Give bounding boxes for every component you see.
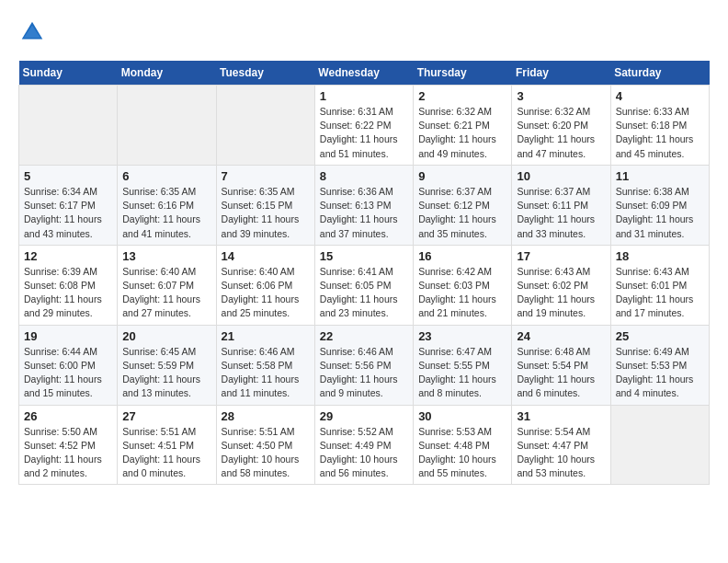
day-info: Sunrise: 5:52 AM Sunset: 4:49 PM Dayligh… [320, 425, 408, 481]
day-number: 4 [616, 89, 704, 103]
day-number: 22 [320, 329, 408, 343]
day-number: 9 [418, 169, 506, 183]
day-info: Sunrise: 6:39 AM Sunset: 6:08 PM Dayligh… [24, 265, 112, 321]
day-info: Sunrise: 6:37 AM Sunset: 6:12 PM Dayligh… [418, 185, 506, 241]
day-info: Sunrise: 5:53 AM Sunset: 4:48 PM Dayligh… [418, 425, 506, 481]
header [18, 18, 710, 46]
calendar-cell [19, 86, 118, 166]
calendar-cell: 21Sunrise: 6:46 AM Sunset: 5:58 PM Dayli… [216, 325, 314, 405]
day-info: Sunrise: 6:46 AM Sunset: 5:58 PM Dayligh… [222, 345, 310, 401]
day-info: Sunrise: 6:38 AM Sunset: 6:09 PM Dayligh… [616, 185, 704, 241]
day-number: 6 [122, 169, 210, 183]
weekday-header-saturday: Saturday [610, 61, 709, 86]
day-info: Sunrise: 6:32 AM Sunset: 6:21 PM Dayligh… [418, 105, 506, 161]
calendar-cell: 4Sunrise: 6:33 AM Sunset: 6:18 PM Daylig… [610, 86, 709, 166]
calendar-cell: 13Sunrise: 6:40 AM Sunset: 6:07 PM Dayli… [118, 245, 216, 325]
day-number: 1 [320, 89, 408, 103]
day-info: Sunrise: 6:45 AM Sunset: 5:59 PM Dayligh… [122, 345, 210, 401]
day-number: 11 [616, 169, 704, 183]
calendar-cell: 18Sunrise: 6:43 AM Sunset: 6:01 PM Dayli… [610, 245, 709, 325]
calendar-cell: 28Sunrise: 5:51 AM Sunset: 4:50 PM Dayli… [216, 405, 314, 485]
calendar-cell: 29Sunrise: 5:52 AM Sunset: 4:49 PM Dayli… [314, 405, 413, 485]
day-number: 26 [24, 409, 112, 423]
calendar-cell: 16Sunrise: 6:42 AM Sunset: 6:03 PM Dayli… [414, 245, 512, 325]
calendar-cell: 31Sunrise: 5:54 AM Sunset: 4:47 PM Dayli… [512, 405, 610, 485]
day-number: 25 [616, 329, 704, 343]
day-info: Sunrise: 6:43 AM Sunset: 6:01 PM Dayligh… [616, 265, 704, 321]
calendar-cell: 23Sunrise: 6:47 AM Sunset: 5:55 PM Dayli… [414, 325, 512, 405]
calendar-cell: 5Sunrise: 6:34 AM Sunset: 6:17 PM Daylig… [19, 165, 118, 245]
calendar-cell [118, 86, 216, 166]
day-info: Sunrise: 6:42 AM Sunset: 6:03 PM Dayligh… [418, 265, 506, 321]
day-info: Sunrise: 6:44 AM Sunset: 6:00 PM Dayligh… [24, 345, 112, 401]
calendar-cell: 25Sunrise: 6:49 AM Sunset: 5:53 PM Dayli… [610, 325, 709, 405]
day-number: 24 [517, 329, 605, 343]
calendar-cell: 22Sunrise: 6:46 AM Sunset: 5:56 PM Dayli… [314, 325, 413, 405]
day-info: Sunrise: 5:51 AM Sunset: 4:51 PM Dayligh… [122, 425, 210, 481]
day-number: 28 [222, 409, 310, 423]
weekday-header-thursday: Thursday [414, 61, 512, 86]
day-number: 2 [418, 89, 506, 103]
day-info: Sunrise: 6:41 AM Sunset: 6:05 PM Dayligh… [320, 265, 408, 321]
calendar-cell: 1Sunrise: 6:31 AM Sunset: 6:22 PM Daylig… [314, 86, 413, 166]
day-number: 17 [517, 249, 605, 263]
day-number: 10 [517, 169, 605, 183]
day-info: Sunrise: 6:33 AM Sunset: 6:18 PM Dayligh… [616, 105, 704, 161]
day-number: 3 [517, 89, 605, 103]
day-info: Sunrise: 6:31 AM Sunset: 6:22 PM Dayligh… [320, 105, 408, 161]
day-number: 18 [616, 249, 704, 263]
calendar-table: SundayMondayTuesdayWednesdayThursdayFrid… [18, 61, 710, 485]
calendar-cell [610, 405, 709, 485]
day-number: 21 [222, 329, 310, 343]
day-number: 31 [517, 409, 605, 423]
day-number: 20 [122, 329, 210, 343]
calendar-cell: 7Sunrise: 6:35 AM Sunset: 6:15 PM Daylig… [216, 165, 314, 245]
day-number: 27 [122, 409, 210, 423]
day-info: Sunrise: 6:34 AM Sunset: 6:17 PM Dayligh… [24, 185, 112, 241]
day-info: Sunrise: 6:32 AM Sunset: 6:20 PM Dayligh… [517, 105, 605, 161]
day-info: Sunrise: 6:35 AM Sunset: 6:16 PM Dayligh… [122, 185, 210, 241]
day-info: Sunrise: 6:46 AM Sunset: 5:56 PM Dayligh… [320, 345, 408, 401]
day-info: Sunrise: 6:35 AM Sunset: 6:15 PM Dayligh… [222, 185, 310, 241]
calendar-cell: 15Sunrise: 6:41 AM Sunset: 6:05 PM Dayli… [314, 245, 413, 325]
weekday-header-wednesday: Wednesday [314, 61, 413, 86]
calendar-cell [216, 86, 314, 166]
day-number: 30 [418, 409, 506, 423]
calendar-cell: 24Sunrise: 6:48 AM Sunset: 5:54 PM Dayli… [512, 325, 610, 405]
day-info: Sunrise: 5:51 AM Sunset: 4:50 PM Dayligh… [222, 425, 310, 481]
calendar-cell: 10Sunrise: 6:37 AM Sunset: 6:11 PM Dayli… [512, 165, 610, 245]
calendar-cell: 3Sunrise: 6:32 AM Sunset: 6:20 PM Daylig… [512, 86, 610, 166]
day-number: 29 [320, 409, 408, 423]
weekday-header-monday: Monday [118, 61, 216, 86]
day-info: Sunrise: 6:40 AM Sunset: 6:07 PM Dayligh… [122, 265, 210, 321]
day-info: Sunrise: 5:50 AM Sunset: 4:52 PM Dayligh… [24, 425, 112, 481]
calendar-cell: 26Sunrise: 5:50 AM Sunset: 4:52 PM Dayli… [19, 405, 118, 485]
calendar-cell: 9Sunrise: 6:37 AM Sunset: 6:12 PM Daylig… [414, 165, 512, 245]
logo [18, 18, 50, 46]
calendar-cell: 17Sunrise: 6:43 AM Sunset: 6:02 PM Dayli… [512, 245, 610, 325]
day-number: 23 [418, 329, 506, 343]
day-info: Sunrise: 6:43 AM Sunset: 6:02 PM Dayligh… [517, 265, 605, 321]
day-number: 13 [122, 249, 210, 263]
day-info: Sunrise: 6:40 AM Sunset: 6:06 PM Dayligh… [222, 265, 310, 321]
day-number: 14 [222, 249, 310, 263]
calendar-cell: 27Sunrise: 5:51 AM Sunset: 4:51 PM Dayli… [118, 405, 216, 485]
day-number: 8 [320, 169, 408, 183]
calendar-week-1: 1Sunrise: 6:31 AM Sunset: 6:22 PM Daylig… [19, 86, 710, 166]
day-info: Sunrise: 6:36 AM Sunset: 6:13 PM Dayligh… [320, 185, 408, 241]
calendar-cell: 12Sunrise: 6:39 AM Sunset: 6:08 PM Dayli… [19, 245, 118, 325]
calendar-cell: 2Sunrise: 6:32 AM Sunset: 6:21 PM Daylig… [414, 86, 512, 166]
weekday-header-tuesday: Tuesday [216, 61, 314, 86]
calendar-cell: 8Sunrise: 6:36 AM Sunset: 6:13 PM Daylig… [314, 165, 413, 245]
day-number: 7 [222, 169, 310, 183]
day-info: Sunrise: 6:48 AM Sunset: 5:54 PM Dayligh… [517, 345, 605, 401]
weekday-header-sunday: Sunday [19, 61, 118, 86]
day-number: 19 [24, 329, 112, 343]
day-info: Sunrise: 6:47 AM Sunset: 5:55 PM Dayligh… [418, 345, 506, 401]
calendar-week-5: 26Sunrise: 5:50 AM Sunset: 4:52 PM Dayli… [19, 405, 710, 485]
day-number: 5 [24, 169, 112, 183]
day-info: Sunrise: 6:37 AM Sunset: 6:11 PM Dayligh… [517, 185, 605, 241]
calendar-cell: 19Sunrise: 6:44 AM Sunset: 6:00 PM Dayli… [19, 325, 118, 405]
day-info: Sunrise: 5:54 AM Sunset: 4:47 PM Dayligh… [517, 425, 605, 481]
calendar-week-2: 5Sunrise: 6:34 AM Sunset: 6:17 PM Daylig… [19, 165, 710, 245]
